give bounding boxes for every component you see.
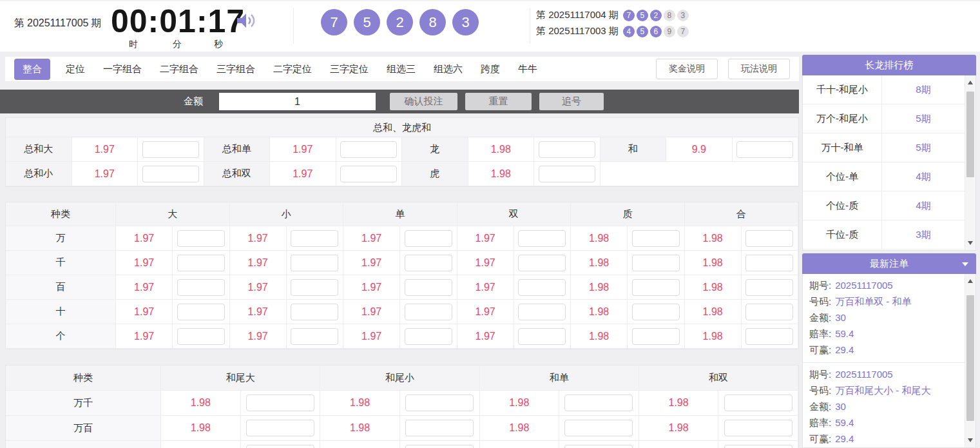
odds-value: 1.98 xyxy=(639,391,719,416)
bet-amount-input[interactable] xyxy=(632,328,680,345)
bet-amount-input[interactable] xyxy=(246,420,314,436)
odds-value: 1.98 xyxy=(571,300,628,324)
info-buttons: 奖金说明 玩法说明 xyxy=(656,59,790,79)
bet-amount-input[interactable] xyxy=(405,394,474,411)
bet-amount-input[interactable] xyxy=(405,230,452,247)
scroll-down-icon[interactable] xyxy=(965,237,975,249)
bet-amount-input[interactable] xyxy=(405,279,452,296)
bet-amount-input[interactable] xyxy=(632,304,680,320)
nav-tab[interactable]: 组选六 xyxy=(434,63,463,75)
bet-amount-input[interactable] xyxy=(405,328,452,345)
bet-input-cell xyxy=(400,300,457,324)
bet-amount-input[interactable] xyxy=(246,445,314,448)
odds-value: 1.97 xyxy=(230,251,287,275)
bet-amount-input[interactable] xyxy=(142,166,199,182)
nav-tab[interactable]: 三字组合 xyxy=(216,63,255,75)
bet-amount-input[interactable] xyxy=(177,279,225,296)
bet-input-cell xyxy=(628,251,684,275)
bet-amount-input[interactable] xyxy=(724,445,793,448)
scrollbar[interactable] xyxy=(965,274,975,447)
bet-amount-input[interactable] xyxy=(405,420,474,436)
odds-value: 1.97 xyxy=(343,251,400,275)
bet-input-cell xyxy=(514,226,571,251)
confirm-bet-button[interactable]: 确认投注 xyxy=(390,93,457,110)
bet-input-cell xyxy=(138,162,204,186)
bet-amount-input[interactable] xyxy=(340,166,397,182)
bet-amount-input[interactable] xyxy=(177,328,225,345)
bet-amount-input[interactable] xyxy=(736,141,793,158)
bet-amount-input[interactable] xyxy=(291,304,338,320)
bet-input-cell xyxy=(559,391,639,416)
bet-amount-input[interactable] xyxy=(745,255,793,271)
bet-amount-input[interactable] xyxy=(745,279,793,296)
bet-amount-input[interactable] xyxy=(142,141,199,158)
nav-tab[interactable]: 跨度 xyxy=(481,63,500,75)
prize-info-button[interactable]: 奖金说明 xyxy=(656,59,718,79)
order-field-value: 59.4 xyxy=(835,417,854,428)
scrollbar-thumb[interactable] xyxy=(966,295,974,421)
nav-tab[interactable]: 定位 xyxy=(66,63,85,75)
order-field-label: 号码: xyxy=(809,296,831,307)
bet-amount-input[interactable] xyxy=(518,230,566,247)
nav-tab[interactable]: 组选三 xyxy=(387,63,416,75)
bet-amount-input[interactable] xyxy=(405,304,452,320)
bet-amount-input[interactable] xyxy=(564,445,633,448)
bet-amount-input[interactable] xyxy=(177,255,225,271)
bet-amount-input[interactable] xyxy=(405,445,474,448)
bet-input-cell xyxy=(742,226,798,251)
bet-amount-input[interactable] xyxy=(518,279,566,296)
amount-input[interactable] xyxy=(219,93,376,110)
order-field: 可赢:29.4 xyxy=(809,342,965,358)
bet-amount-input[interactable] xyxy=(405,255,452,271)
scrollbar[interactable] xyxy=(965,75,975,250)
bet-input-cell xyxy=(241,441,321,448)
speaker-icon[interactable] xyxy=(236,12,256,30)
bet-amount-input[interactable] xyxy=(177,304,225,320)
nav-tab[interactable]: 三字定位 xyxy=(330,63,369,75)
nav-tab[interactable]: 二字组合 xyxy=(160,63,198,75)
bet-amount-input[interactable] xyxy=(291,255,338,271)
bet-amount-input[interactable] xyxy=(724,420,793,436)
nav-tab[interactable]: 整合 xyxy=(14,59,50,80)
scroll-down-icon[interactable] xyxy=(965,434,975,446)
scroll-up-icon[interactable] xyxy=(965,77,975,88)
bet-amount-input[interactable] xyxy=(340,141,397,158)
order-field-label: 期号: xyxy=(809,369,831,380)
bet-amount-input[interactable] xyxy=(564,394,633,411)
bet-amount-input[interactable] xyxy=(564,420,633,436)
bet-amount-input[interactable] xyxy=(518,328,566,345)
bet-amount-input[interactable] xyxy=(518,255,566,271)
history-row: 第 20251117003 期45697 xyxy=(536,23,689,39)
history-list: 第 20251117004 期75283第 20251117003 期45697 xyxy=(536,7,689,39)
bet-amount-input[interactable] xyxy=(745,328,793,345)
chevron-down-icon[interactable] xyxy=(962,262,968,266)
reset-button[interactable]: 重置 xyxy=(465,93,532,110)
bet-amount-input[interactable] xyxy=(632,255,680,271)
sum-grid: 总和大1.97总和单1.97龙1.98和9.9总和小1.97总和双1.97虎1.… xyxy=(6,137,798,186)
scrollbar-thumb[interactable] xyxy=(966,92,974,177)
bet-amount-input[interactable] xyxy=(246,394,314,411)
bet-amount-input[interactable] xyxy=(745,304,793,320)
bet-amount-input[interactable] xyxy=(291,230,338,247)
bet-amount-input[interactable] xyxy=(291,328,338,345)
bet-amount-input[interactable] xyxy=(724,394,793,411)
bet-amount-input[interactable] xyxy=(539,141,595,158)
dragon-name: 万个-和尾小 xyxy=(803,104,882,133)
nav-tab[interactable]: 一字组合 xyxy=(103,63,142,75)
nav-tab[interactable]: 牛牛 xyxy=(518,63,537,75)
chase-number-button[interactable]: 追号 xyxy=(539,93,604,110)
scroll-up-icon[interactable] xyxy=(965,275,975,287)
bet-amount-input[interactable] xyxy=(291,279,338,296)
bet-amount-input[interactable] xyxy=(632,279,680,296)
bet-amount-input[interactable] xyxy=(539,166,595,182)
bet-amount-input[interactable] xyxy=(518,304,566,320)
order-field: 号码:万百和尾大小 - 和尾大 xyxy=(809,382,965,398)
nav-tab[interactable]: 二字定位 xyxy=(273,63,312,75)
bet-amount-input[interactable] xyxy=(745,230,793,247)
bet-input-cell xyxy=(400,391,480,416)
bet-amount-input[interactable] xyxy=(177,230,225,247)
play-info-button[interactable]: 玩法说明 xyxy=(728,59,790,79)
bet-amount-input[interactable] xyxy=(632,230,680,247)
second-label: 秒 xyxy=(214,39,223,50)
order-entry: 期号:20251117005号码:万百和尾大小 - 和尾大金额:30赔率:59.… xyxy=(803,362,965,448)
